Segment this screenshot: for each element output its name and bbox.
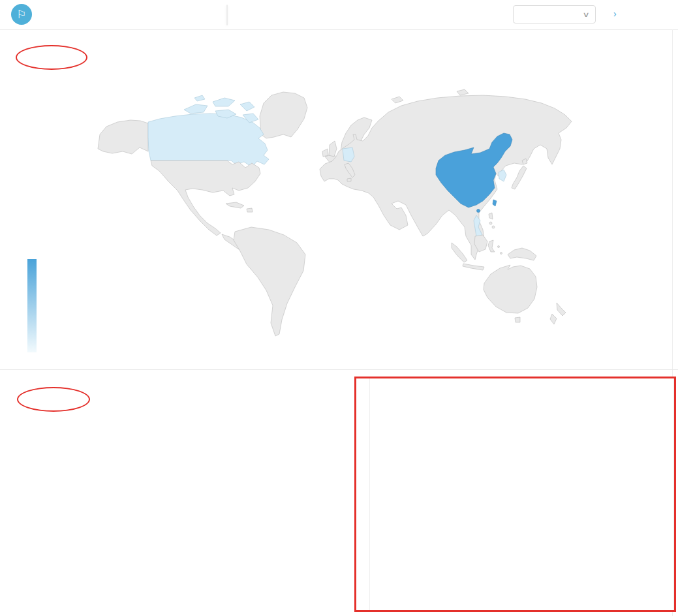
origin-analysis-page: ⚐ ∨ › — [0, 0, 678, 616]
detail-link[interactable]: › — [612, 8, 617, 19]
map-landmass-alaska — [98, 120, 148, 154]
map-country-hainan — [477, 209, 480, 213]
donut-svg — [0, 369, 354, 616]
map-legend-gradient — [27, 259, 37, 352]
header-bar: ⚐ ∨ › — [0, 0, 678, 30]
map-landmass-usa-mexico — [151, 161, 260, 236]
chevron-right-icon: › — [613, 8, 617, 19]
map-landmass-tasmania — [515, 317, 520, 322]
chevron-down-icon: ∨ — [582, 10, 589, 19]
map-country-taiwan[interactable] — [493, 200, 497, 206]
top10-panel — [354, 377, 676, 612]
origin-donut-chart[interactable] — [0, 369, 354, 616]
flag-logo-icon: ⚐ — [11, 4, 32, 25]
hs-code-select[interactable]: ∨ — [513, 5, 596, 23]
map-landmass-caribbean — [226, 202, 253, 212]
region-badge-ellipse — [16, 45, 87, 70]
map-landmass-philippines-2 — [489, 222, 492, 224]
map-landmass-new-zealand — [550, 303, 566, 324]
map-landmass-australia — [484, 265, 537, 313]
map-landmass-uk — [322, 141, 337, 157]
map-landmass-south-america — [234, 227, 305, 336]
map-landmass-philippines-3 — [492, 226, 495, 228]
metric-tab-group — [226, 5, 228, 25]
panel-left-edge — [369, 378, 370, 610]
map-landmass-moluccas-2 — [501, 253, 502, 254]
map-landmass-greenland — [260, 92, 307, 138]
map-landmass-moluccas — [498, 246, 500, 248]
map-landmass-new-guinea — [508, 248, 536, 260]
world-map[interactable] — [0, 85, 678, 369]
map-country-germany[interactable] — [343, 147, 354, 162]
panel-right-edge — [673, 378, 674, 610]
map-landmass-philippines — [489, 213, 493, 219]
